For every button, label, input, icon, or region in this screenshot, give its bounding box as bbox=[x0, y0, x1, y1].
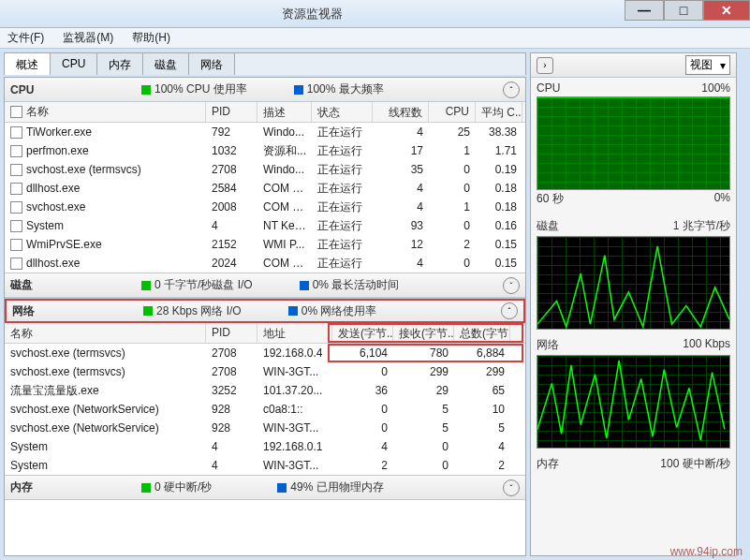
disk-section: 磁盘 0 千字节/秒磁盘 I/O 0% 最长活动时间 ˇ bbox=[5, 273, 525, 299]
green-box-icon bbox=[141, 281, 151, 290]
cpu-chart bbox=[537, 96, 730, 190]
menubar: 文件(F) 监视器(M) 帮助(H) bbox=[0, 28, 750, 49]
titlebar: 资源监视器 — □ ✕ bbox=[0, 0, 750, 28]
green-box-icon bbox=[141, 85, 151, 95]
cpu-section-header[interactable]: CPU 100% CPU 使用率 100% 最大频率 ˆ bbox=[5, 78, 525, 102]
net-chart bbox=[537, 355, 730, 449]
table-row[interactable]: svchost.exe (NetworkService)928c0a8:1::0… bbox=[5, 400, 525, 419]
cpu-chart-label: CPU bbox=[537, 81, 560, 95]
collapse-icon[interactable]: ˆ bbox=[503, 81, 520, 98]
disk-legend1: 0 千字节/秒磁盘 I/O bbox=[141, 277, 253, 293]
tab-overview[interactable]: 概述 bbox=[5, 53, 51, 75]
disk-chart-label: 磁盘 bbox=[537, 218, 559, 234]
net-chart-max: 100 Kbps bbox=[683, 337, 730, 353]
blue-box-icon bbox=[300, 281, 309, 290]
disk-section-name: 磁盘 bbox=[10, 277, 141, 293]
table-row[interactable]: TiWorker.exe792Windo...正在运行42538.38 bbox=[5, 123, 525, 141]
table-row[interactable]: WmiPrvSE.exe2152WMI P...正在运行1220.15 bbox=[5, 235, 525, 254]
checkbox-all[interactable] bbox=[10, 106, 22, 118]
blue-box-icon bbox=[277, 483, 287, 493]
disk-legend2: 0% 最长活动时间 bbox=[300, 277, 400, 293]
table-row[interactable]: System4192.168.0.1404 bbox=[5, 437, 525, 456]
cpu-chart-min: 0% bbox=[714, 191, 730, 207]
window-title: 资源监视器 bbox=[0, 6, 625, 22]
network-section-header[interactable]: 网络 28 Kbps 网络 I/O 0% 网络使用率 ˆ bbox=[5, 299, 525, 323]
mem-legend2: 49% 已用物理内存 bbox=[277, 479, 383, 495]
checkbox[interactable] bbox=[10, 201, 22, 214]
watermark: www.94ip.com bbox=[670, 545, 743, 558]
minimize-button[interactable]: — bbox=[625, 0, 664, 21]
blue-box-icon bbox=[288, 306, 298, 316]
cpu-rows: TiWorker.exe792Windo...正在运行42538.38perfm… bbox=[5, 123, 525, 273]
network-section: 网络 28 Kbps 网络 I/O 0% 网络使用率 ˆ 名称 PID 地址 发… bbox=[5, 299, 525, 476]
tab-bar: 概述 CPU 内存 磁盘 网络 bbox=[4, 52, 526, 75]
green-box-icon bbox=[141, 483, 151, 493]
cpu-chart-box: CPU100% 60 秒0% bbox=[531, 78, 736, 214]
net-chart-label: 网络 bbox=[537, 337, 559, 353]
table-row[interactable]: svchost.exe (termsvcs)2708192.168.0.46,1… bbox=[5, 344, 525, 362]
net-legend1: 28 Kbps 网络 I/O bbox=[143, 303, 242, 319]
tab-memory[interactable]: 内存 bbox=[97, 53, 143, 75]
disk-chart bbox=[537, 236, 730, 330]
tab-cpu[interactable]: CPU bbox=[51, 53, 97, 75]
memory-section-name: 内存 bbox=[10, 479, 141, 495]
checkbox[interactable] bbox=[10, 258, 22, 270]
memory-section: 内存 0 硬中断/秒 49% 已用物理内存 ˇ bbox=[5, 476, 525, 500]
table-row[interactable]: 流量宝流量版.exe3252101.37.20...362965 bbox=[5, 381, 525, 400]
collapse-icon[interactable]: ˆ bbox=[501, 302, 518, 319]
maximize-button[interactable]: □ bbox=[664, 0, 703, 21]
table-row[interactable]: System4WIN-3GT...202 bbox=[5, 456, 525, 475]
table-row[interactable]: svchost.exe (NetworkService)928WIN-3GT..… bbox=[5, 419, 525, 437]
network-rows: svchost.exe (termsvcs)2708192.168.0.46,1… bbox=[5, 344, 525, 475]
cpu-chart-max: 100% bbox=[701, 81, 730, 95]
network-section-name: 网络 bbox=[12, 303, 143, 319]
menu-file[interactable]: 文件(F) bbox=[4, 28, 48, 48]
left-panel: 概述 CPU 内存 磁盘 网络 CPU 100% CPU 使用率 100% 最大… bbox=[4, 52, 526, 556]
table-row[interactable]: System4NT Ker...正在运行9300.16 bbox=[5, 216, 525, 235]
blue-box-icon bbox=[294, 85, 303, 95]
expand-icon[interactable]: ˇ bbox=[503, 277, 520, 294]
checkbox[interactable] bbox=[10, 126, 22, 139]
cpu-chart-time: 60 秒 bbox=[537, 191, 564, 207]
right-panel: › 视图 ▾ CPU100% 60 秒0% 磁盘1 兆字节/秒 网络100 Kb… bbox=[530, 52, 737, 556]
mem-chart-box: 内存100 硬中断/秒 bbox=[531, 452, 736, 478]
net-legend2: 0% 网络使用率 bbox=[288, 303, 377, 319]
table-row[interactable]: svchost.exe2008COM S...正在运行410.18 bbox=[5, 198, 525, 216]
table-row[interactable]: dllhost.exe2584COM S...正在运行400.18 bbox=[5, 179, 525, 198]
table-row[interactable]: svchost.exe (termsvcs)2708Windo...正在运行35… bbox=[5, 160, 525, 179]
view-selector[interactable]: 视图 ▾ bbox=[685, 55, 730, 75]
mem-legend1: 0 硬中断/秒 bbox=[141, 479, 212, 495]
disk-section-header[interactable]: 磁盘 0 千字节/秒磁盘 I/O 0% 最长活动时间 ˇ bbox=[5, 273, 525, 298]
svg-marker-0 bbox=[537, 97, 729, 189]
cpu-table-header: 名称 PID 描述 状态 线程数 CPU 平均 C... bbox=[5, 102, 525, 123]
cpu-legend2: 100% 最大频率 bbox=[294, 81, 384, 97]
window-buttons: — □ ✕ bbox=[625, 0, 750, 27]
chevron-down-icon: ▾ bbox=[720, 59, 726, 72]
mem-chart-max: 100 硬中断/秒 bbox=[660, 456, 730, 472]
cpu-section-name: CPU bbox=[10, 83, 141, 96]
disk-chart-max: 1 兆字节/秒 bbox=[673, 218, 730, 234]
cpu-section: CPU 100% CPU 使用率 100% 最大频率 ˆ 名称 PID 描述 状… bbox=[5, 78, 525, 273]
close-button[interactable]: ✕ bbox=[703, 0, 750, 21]
table-row[interactable]: perfmon.exe1032资源和...正在运行1711.71 bbox=[5, 141, 525, 160]
panel-collapse-icon[interactable]: › bbox=[537, 57, 553, 74]
menu-help[interactable]: 帮助(H) bbox=[128, 28, 174, 48]
menu-monitor[interactable]: 监视器(M) bbox=[59, 28, 117, 48]
checkbox[interactable] bbox=[10, 145, 22, 157]
main-pane: CPU 100% CPU 使用率 100% 最大频率 ˆ 名称 PID 描述 状… bbox=[4, 77, 526, 556]
disk-chart-box: 磁盘1 兆字节/秒 bbox=[531, 214, 736, 333]
expand-icon[interactable]: ˇ bbox=[503, 479, 520, 496]
green-box-icon bbox=[143, 306, 153, 316]
tab-network[interactable]: 网络 bbox=[189, 53, 235, 75]
table-row[interactable]: dllhost.exe2024COM S...正在运行400.15 bbox=[5, 254, 525, 273]
checkbox[interactable] bbox=[10, 239, 22, 251]
table-row[interactable]: svchost.exe (termsvcs)2708WIN-3GT...0299… bbox=[5, 362, 525, 381]
checkbox[interactable] bbox=[10, 183, 22, 195]
checkbox[interactable] bbox=[10, 220, 22, 232]
net-chart-box: 网络100 Kbps bbox=[531, 333, 736, 452]
mem-chart-label: 内存 bbox=[537, 456, 559, 472]
cpu-legend1: 100% CPU 使用率 bbox=[141, 81, 247, 97]
memory-section-header[interactable]: 内存 0 硬中断/秒 49% 已用物理内存 ˇ bbox=[5, 476, 525, 500]
checkbox[interactable] bbox=[10, 164, 22, 176]
tab-disk[interactable]: 磁盘 bbox=[143, 53, 189, 75]
